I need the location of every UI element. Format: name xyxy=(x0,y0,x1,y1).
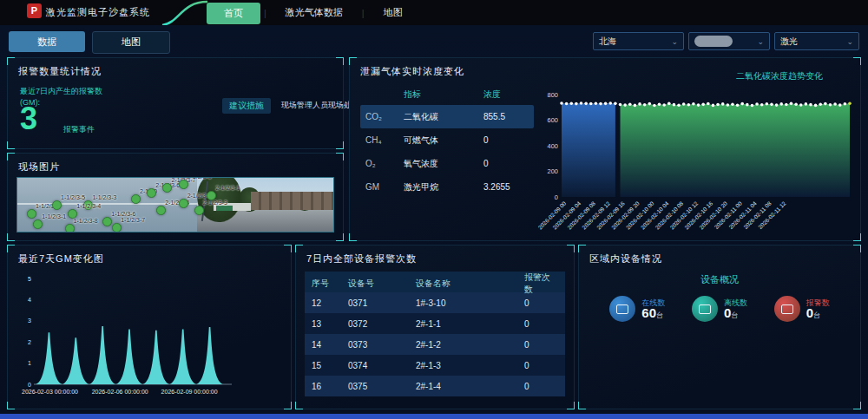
gas-symbol: CO₂ xyxy=(365,112,404,121)
sensor-dot[interactable]: 1-1/2/3-6 xyxy=(102,217,112,226)
sensor-dot[interactable]: 1-1/2/3-8 xyxy=(65,224,75,232)
gas-header-indicator: 指标 xyxy=(404,88,483,101)
gas-header-value: 浓度 xyxy=(483,88,534,101)
station-select[interactable]: ⌄ xyxy=(688,32,770,50)
gas-panel-title: 泄漏气体实时浓度变化 xyxy=(360,65,464,78)
corner-accent xyxy=(567,402,575,409)
chevron-down-icon: ⌄ xyxy=(757,37,764,46)
co2-trend-chart[interactable]: 02004006008002026-02-09 002026-02-09 042… xyxy=(536,82,855,239)
corner-accent xyxy=(295,245,303,252)
gas-table-row[interactable]: GM激光甲烷3.2655 xyxy=(360,175,534,199)
bottom-accent-bar xyxy=(0,414,868,419)
device-table-header-cell: 报警次数 xyxy=(524,272,558,296)
svg-text:3: 3 xyxy=(28,318,31,324)
device-stat-texts: 报警数0台 xyxy=(806,298,830,321)
svg-text:2026-02-03 00:00:00: 2026-02-03 00:00:00 xyxy=(22,389,78,395)
device-type-select[interactable]: 激光 ⌄ xyxy=(774,32,859,50)
corner-accent xyxy=(349,57,357,65)
chevron-down-icon: ⌄ xyxy=(846,37,853,46)
gas-symbol: CH₄ xyxy=(365,135,404,145)
device-stat: 在线数60台 xyxy=(609,296,665,322)
tab-2[interactable]: 地图 xyxy=(368,2,418,23)
site-photo-panel: 现场图片 1-1/2/3-21-1/2/3-51-1/2/3-31-1/2/3-… xyxy=(7,153,344,241)
gas-table-row[interactable]: CH₄可燃气体0 xyxy=(360,128,534,152)
device-stat: 报警数0台 xyxy=(774,296,830,322)
site-photo[interactable]: 1-1/2/3-21-1/2/3-51-1/2/3-31-1/2/3-41-1/… xyxy=(16,177,334,232)
tab-1[interactable]: 激光气体数据 xyxy=(270,2,358,23)
corner-accent xyxy=(336,57,344,65)
corner-accent xyxy=(853,57,861,65)
device-table-row[interactable]: 1303722#-1-10 xyxy=(305,313,565,334)
sensor-dot[interactable]: 2-1/2/3-8 xyxy=(179,180,188,189)
sensor-dot-label: 1-1/2/3-3 xyxy=(92,194,116,200)
device-table-cell: 0 xyxy=(524,382,558,391)
device-status-icon xyxy=(774,296,800,322)
device-table-cell: 2#-1-3 xyxy=(416,361,524,370)
device-table-row[interactable]: 1403732#-1-20 xyxy=(305,334,565,355)
device-status-subtitle: 设备概况 xyxy=(579,273,860,286)
device-table-header-cell: 设备名称 xyxy=(416,278,524,290)
device-table-cell: 0 xyxy=(524,298,558,308)
device-stat-value: 60台 xyxy=(641,308,665,321)
device-status-panel: 区域内设备情况 设备概况 在线数60台离线数0台报警数0台 xyxy=(578,245,861,409)
gas-name: 激光甲烷 xyxy=(404,181,483,193)
device-table-row[interactable]: 1503742#-1-30 xyxy=(305,355,565,376)
corner-accent xyxy=(336,153,344,160)
corner-accent xyxy=(7,233,15,241)
device-status-icon xyxy=(609,296,635,322)
gas-value: 0 xyxy=(483,159,534,168)
gas-table-row[interactable]: O₂氧气浓度0 xyxy=(360,152,534,175)
device-alarm-table-panel: 7日内全部设备报警次数 序号设备号设备名称报警次数1203711#-3-1001… xyxy=(295,245,575,409)
alarm-panel-title: 报警数量统计情况 xyxy=(18,65,102,78)
svg-text:800: 800 xyxy=(547,91,558,99)
tab-0[interactable]: 首页 xyxy=(207,3,260,24)
device-type-select-value: 激光 xyxy=(780,36,798,48)
gas-table-row[interactable]: CO₂二氧化碳855.5 xyxy=(360,105,534,128)
corner-accent xyxy=(853,402,861,409)
svg-text:5: 5 xyxy=(28,276,31,282)
corner-accent xyxy=(284,245,292,252)
co2-chart-title: 二氧化碳浓度趋势变化 xyxy=(636,70,868,82)
gas-concentration-panel: 泄漏气体实时浓度变化 指标浓度CO₂二氧化碳855.5CH₄可燃气体0O₂氧气浓… xyxy=(349,57,861,241)
sensor-dot-label: 1-1/2/3-8 xyxy=(74,218,98,224)
advice-label: 建议措施 xyxy=(222,98,271,114)
svg-text:4: 4 xyxy=(28,297,31,303)
corner-accent xyxy=(853,245,861,252)
corner-accent xyxy=(336,233,344,241)
device-table-row[interactable]: 1603752#-1-40 xyxy=(305,376,565,396)
device-stat-texts: 在线数60台 xyxy=(641,298,665,321)
gas-value: 3.2655 xyxy=(483,182,534,192)
sensor-dot[interactable]: 1-1/2/3-2 xyxy=(27,209,36,219)
device-table-title: 7日内全部设备报警次数 xyxy=(306,252,417,265)
tab-separator: | xyxy=(260,8,270,18)
svg-text:2: 2 xyxy=(28,339,31,345)
svg-text:200: 200 xyxy=(547,167,558,175)
photo-green-sign xyxy=(216,206,232,211)
device-table-cell: 12 xyxy=(312,298,348,308)
device-table-cell: 2#-1-2 xyxy=(416,340,524,350)
sensor-dot-label: 1-1/2/3-1 xyxy=(42,213,66,219)
gas-name: 可燃气体 xyxy=(404,134,483,147)
region-select[interactable]: 北海 ⌄ xyxy=(593,32,684,50)
device-stat-value: 0台 xyxy=(806,308,830,321)
sensor-dot-label: 1-1/2/3-5 xyxy=(61,194,85,200)
gm-trend-chart[interactable]: 0123452026-02-03 00:00:002026-02-06 00:0… xyxy=(15,272,284,403)
corner-accent xyxy=(578,245,586,252)
sensor-dot[interactable]: 1-1/2/3-5 xyxy=(52,200,62,210)
data-button[interactable]: 数据 xyxy=(9,31,85,52)
gm-panel-title: 最近7天GM变化图 xyxy=(18,252,104,265)
corner-accent xyxy=(7,245,15,252)
gas-name: 氧气浓度 xyxy=(404,158,483,170)
sensor-dot[interactable]: 2-1-10 xyxy=(131,194,141,204)
gas-symbol: GM xyxy=(365,182,404,192)
device-table-cell: 0373 xyxy=(348,340,416,350)
corner-accent xyxy=(349,233,357,241)
device-status-title: 区域内设备情况 xyxy=(589,252,662,265)
device-table-cell: 2#-1-1 xyxy=(416,319,524,329)
device-table-header-cell: 设备号 xyxy=(348,278,416,290)
sensor-dot[interactable]: 2-1/2/3-3 xyxy=(194,206,204,215)
map-button[interactable]: 地图 xyxy=(92,31,170,54)
sensor-dot[interactable]: 2-1/2/3-5 xyxy=(179,199,188,208)
device-table-cell: 14 xyxy=(312,340,348,350)
chevron-down-icon: ⌄ xyxy=(671,37,678,46)
